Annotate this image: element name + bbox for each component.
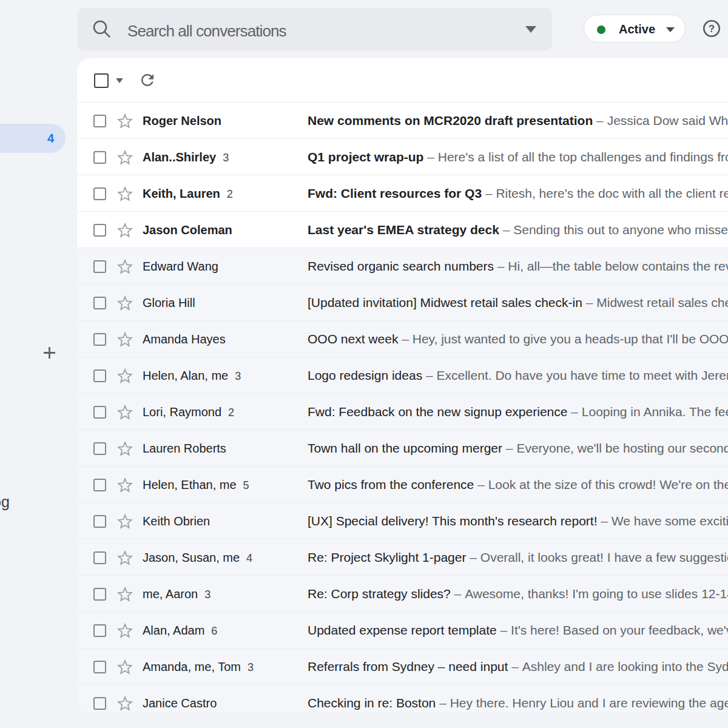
svg-text:?: ?: [709, 23, 715, 35]
